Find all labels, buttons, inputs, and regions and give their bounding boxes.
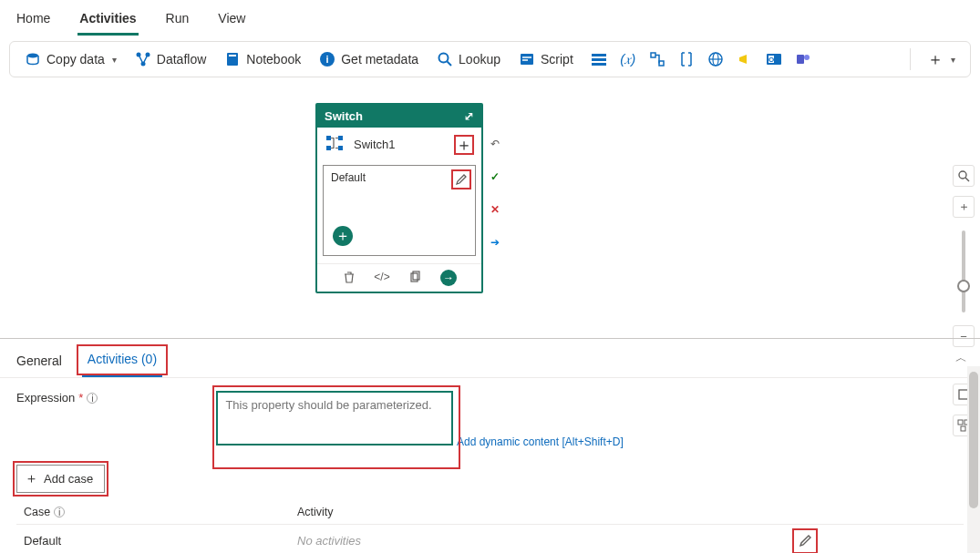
svg-point-23 — [804, 55, 810, 60]
dataflow-button[interactable]: Dataflow — [128, 47, 213, 71]
get-metadata-button[interactable]: i Get metadata — [312, 47, 426, 71]
code-icon[interactable]: </> — [375, 270, 389, 284]
undo-icon[interactable]: ↶ — [489, 138, 501, 150]
tab-general[interactable]: General — [11, 346, 67, 377]
info-icon[interactable]: i — [54, 507, 65, 517]
activities-toolbar: Copy data ▾ Dataflow Notebook i Get meta… — [9, 41, 971, 77]
connector-icon[interactable] — [648, 50, 666, 68]
table-row[interactable]: Default No activities — [16, 525, 964, 553]
svg-rect-28 — [411, 273, 418, 282]
svg-point-3 — [140, 62, 145, 67]
script-button[interactable]: Script — [511, 47, 581, 71]
zoom-slider[interactable] — [962, 230, 965, 312]
info-icon[interactable]: i — [87, 393, 98, 404]
dataflow-icon — [135, 51, 151, 67]
pipeline-canvas[interactable]: Switch ⤢ Switch1 ＋ Default ＋ </> — [0, 83, 980, 338]
switch-activity-node[interactable]: Switch ⤢ Switch1 ＋ Default ＋ </> — [315, 103, 483, 293]
svg-rect-12 — [592, 58, 606, 61]
svg-rect-10 — [521, 54, 533, 65]
web-icon[interactable] — [707, 50, 725, 68]
switch-header-label: Switch — [325, 109, 363, 123]
svg-point-2 — [145, 53, 150, 57]
list-icon[interactable] — [590, 50, 608, 68]
svg-line-31 — [965, 178, 969, 181]
add-activity-button[interactable]: ＋ ▾ — [920, 45, 963, 74]
switch-add-case-button[interactable]: ＋ — [454, 135, 474, 155]
expand-icon[interactable]: ⤢ — [464, 109, 474, 123]
switch-node-footer: </> → — [317, 263, 481, 292]
svg-text:i: i — [326, 54, 329, 65]
svg-rect-25 — [326, 146, 331, 150]
notebook-label: Notebook — [246, 52, 301, 67]
get-metadata-label: Get metadata — [341, 52, 418, 67]
copy-data-button[interactable]: Copy data ▾ — [17, 47, 124, 71]
outlook-icon[interactable]: O — [765, 50, 783, 68]
svg-point-0 — [27, 54, 38, 58]
properties-panel: General Activities (0) ︿ Expression * i … — [0, 338, 980, 553]
svg-point-30 — [959, 171, 966, 179]
chevron-down-icon: ▾ — [951, 55, 955, 65]
activity-column-header: Activity — [297, 506, 334, 518]
notebook-button[interactable]: Notebook — [217, 47, 308, 71]
property-body: Expression * i Add dynamic content [Alt+… — [0, 378, 980, 553]
tab-view[interactable]: View — [216, 5, 247, 36]
svg-point-8 — [439, 54, 449, 63]
switch-icon — [325, 133, 345, 156]
top-tabs: Home Activities Run View — [0, 0, 980, 36]
svg-rect-14 — [651, 53, 655, 57]
svg-rect-13 — [592, 63, 606, 66]
add-dynamic-content-link[interactable]: Add dynamic content [Alt+Shift+D] — [457, 435, 624, 448]
variable-icon[interactable]: (𝑥) — [619, 50, 637, 68]
svg-line-9 — [448, 62, 452, 67]
switch-node-header: Switch ⤢ — [317, 105, 481, 128]
notebook-icon — [224, 51, 241, 67]
info-icon: i — [319, 51, 335, 67]
case-cell: Default — [24, 534, 297, 548]
switch-default-edit-button[interactable] — [451, 169, 471, 189]
panel-collapse-button[interactable]: ︿ — [955, 350, 967, 366]
case-column-header: Case i — [24, 506, 297, 518]
bracket-icon[interactable] — [677, 50, 696, 68]
case-table: Case i Activity Default No activities — [16, 506, 964, 553]
plus-icon: ＋ — [25, 470, 38, 487]
switch-default-label: Default — [331, 171, 469, 184]
teams-icon[interactable] — [794, 50, 812, 68]
copy-data-label: Copy data — [46, 52, 105, 67]
svg-rect-27 — [338, 146, 343, 150]
delete-icon[interactable] — [342, 270, 356, 284]
toolbar-separator — [910, 48, 911, 70]
run-icon[interactable]: → — [440, 270, 457, 286]
svg-rect-22 — [797, 55, 804, 64]
lookup-button[interactable]: Lookup — [429, 47, 508, 71]
tab-activities[interactable]: Activities — [77, 5, 138, 36]
error-icon: ✕ — [489, 203, 501, 216]
panel-scrollbar[interactable] — [967, 366, 980, 553]
add-case-label: Add case — [44, 472, 93, 486]
required-mark: * — [78, 391, 83, 405]
svg-rect-26 — [338, 136, 343, 140]
script-icon — [519, 51, 535, 67]
tab-home[interactable]: Home — [15, 5, 52, 36]
tab-run[interactable]: Run — [164, 5, 191, 36]
svg-rect-24 — [326, 136, 331, 140]
switch-default-box[interactable]: Default ＋ — [323, 165, 476, 256]
next-icon[interactable]: ➔ — [489, 236, 501, 249]
tab-activities-count[interactable]: Activities (0) — [82, 344, 162, 377]
search-icon — [437, 51, 453, 67]
svg-rect-5 — [229, 55, 236, 56]
row-edit-button[interactable] — [792, 528, 818, 553]
copy-icon[interactable] — [407, 270, 422, 284]
switch-default-add-button[interactable]: ＋ — [333, 226, 353, 246]
canvas-search-button[interactable] — [953, 165, 975, 187]
svg-text:O: O — [769, 56, 774, 64]
scrollbar-thumb[interactable] — [969, 372, 978, 508]
expression-input[interactable] — [216, 391, 453, 445]
chevron-down-icon: ▾ — [112, 55, 117, 65]
switch-node-title: Switch1 — [354, 138, 396, 151]
property-tabs: General Activities (0) ︿ — [0, 339, 980, 378]
add-case-button[interactable]: ＋ Add case — [16, 465, 105, 493]
zoom-in-button[interactable]: ＋ — [953, 196, 975, 218]
node-status-icons: ↶ ✓ ✕ ➔ — [489, 138, 501, 249]
zoom-slider-knob[interactable] — [957, 280, 970, 292]
announce-icon[interactable] — [736, 50, 754, 68]
